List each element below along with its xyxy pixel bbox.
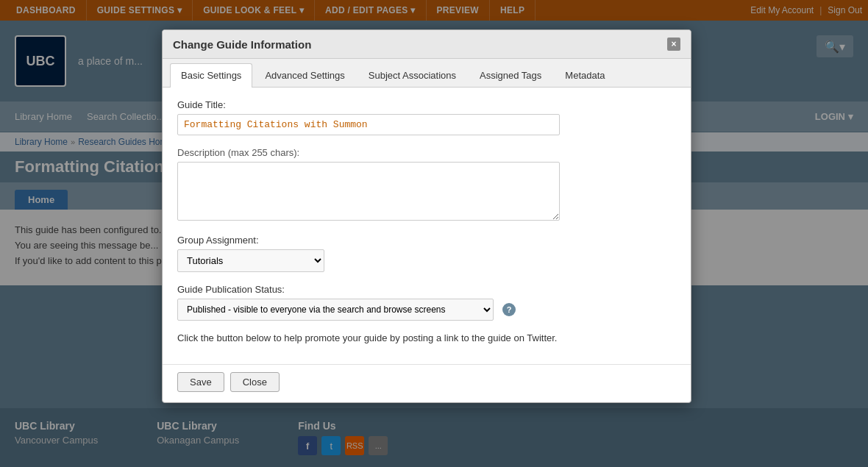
publication-status-row: Published - visible to everyone via the … bbox=[177, 299, 676, 321]
description-textarea[interactable] bbox=[177, 162, 560, 221]
description-label: Description (max 255 chars): bbox=[177, 147, 676, 158]
publication-status-label: Guide Publication Status: bbox=[177, 284, 676, 295]
description-label-text: Description bbox=[177, 147, 225, 158]
guide-title-input[interactable] bbox=[177, 114, 560, 135]
modal-tabs: Basic Settings Advanced Settings Subject… bbox=[163, 59, 691, 88]
modal-footer: Save Close bbox=[163, 364, 691, 402]
close-button[interactable]: Close bbox=[230, 372, 280, 392]
guide-title-label: Guide Title: bbox=[177, 99, 676, 110]
modal-header: Change Guide Information × bbox=[163, 30, 691, 59]
description-note: (max 255 chars): bbox=[228, 147, 300, 158]
change-guide-modal: Change Guide Information × Basic Setting… bbox=[162, 29, 691, 403]
publication-status-select[interactable]: Published - visible to everyone via the … bbox=[177, 299, 494, 321]
description-group: Description (max 255 chars): bbox=[177, 147, 676, 223]
modal-title: Change Guide Information bbox=[173, 38, 311, 51]
group-assignment-group: Group Assignment: Tutorials General Rese… bbox=[177, 235, 676, 272]
tab-advanced-settings[interactable]: Advanced Settings bbox=[254, 63, 355, 87]
modal-close-button[interactable]: × bbox=[667, 38, 680, 51]
help-icon[interactable]: ? bbox=[502, 303, 516, 316]
twitter-promo-text: Click the button below to help promote y… bbox=[177, 332, 676, 343]
tab-metadata[interactable]: Metadata bbox=[554, 63, 616, 87]
tab-basic-settings[interactable]: Basic Settings bbox=[170, 63, 252, 88]
group-assignment-select[interactable]: Tutorials General Research bbox=[177, 249, 324, 272]
guide-title-group: Guide Title: bbox=[177, 99, 676, 135]
modal-body: Guide Title: Description (max 255 chars)… bbox=[163, 88, 691, 364]
tab-subject-associations[interactable]: Subject Associations bbox=[357, 63, 467, 87]
save-button[interactable]: Save bbox=[177, 372, 224, 392]
tab-assigned-tags[interactable]: Assigned Tags bbox=[469, 63, 552, 87]
publication-status-group: Guide Publication Status: Published - vi… bbox=[177, 284, 676, 321]
group-assignment-label: Group Assignment: bbox=[177, 235, 676, 246]
